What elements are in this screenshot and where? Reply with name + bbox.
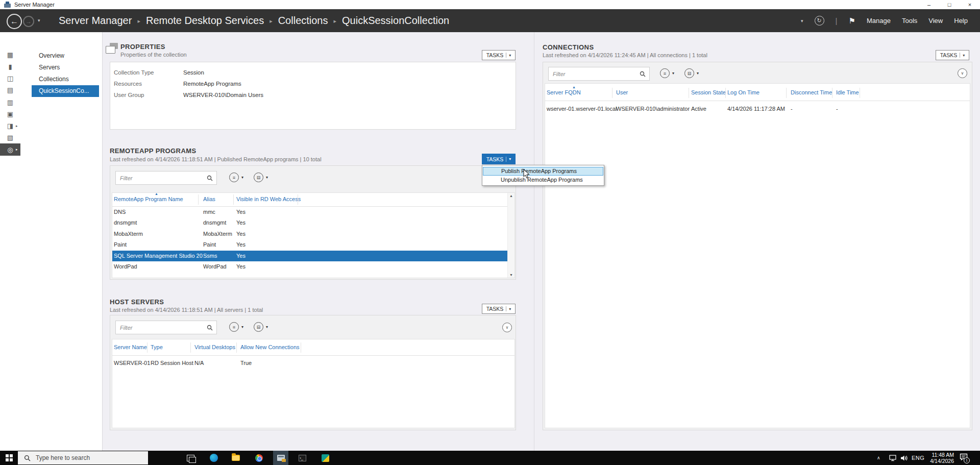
role-5-icon[interactable]: ▥ [0, 97, 20, 107]
table-row[interactable]: MobaXterm MobaXterm Yes [112, 229, 508, 240]
col-type[interactable]: Type [151, 344, 163, 350]
col-virtual-desktops[interactable]: Virtual Desktops [194, 344, 235, 350]
col-server-name[interactable]: Server Name [114, 344, 147, 350]
table-row[interactable]: wserver-01.wserver-01.local WSERVER-010\… [545, 104, 969, 115]
table-row[interactable]: DNS mmc Yes [112, 207, 508, 218]
role-6-icon[interactable]: ▣ [0, 109, 20, 119]
remoteapp-scrollbar[interactable]: ▲ ▼ [507, 193, 514, 278]
minimize-button[interactable]: – [919, 0, 939, 9]
chevron-down-icon: ▾ [509, 157, 511, 161]
col-log-on-time[interactable]: Log On Time [727, 89, 760, 95]
chevron-down-icon: ▾ [241, 325, 243, 329]
terminal-button[interactable]: ›_ [295, 451, 310, 465]
connections-list-options-button[interactable]: ≡ ▾ [660, 68, 674, 78]
server-manager-taskbar-button[interactable] [273, 451, 288, 465]
breadcrumb-collections[interactable]: Collections [264, 15, 328, 27]
menu-tools[interactable]: Tools [902, 17, 917, 25]
volume-tray-button[interactable] [900, 451, 908, 465]
clock-time: 11:48 AM [930, 452, 954, 458]
clock[interactable]: 11:48 AM4/14/2026 [925, 451, 954, 465]
col-remoteapp-program-name[interactable]: RemoteApp Program Name [114, 196, 183, 202]
remoteapp-filter-input[interactable] [116, 175, 207, 181]
role-7-expand-icon[interactable]: ▸ [16, 124, 18, 128]
col-session-state[interactable]: Session State [691, 89, 726, 95]
taskbar-search [18, 451, 148, 464]
menu-item-unpublish-remoteapp[interactable]: Unpublish RemoteApp Programs [483, 176, 603, 184]
forward-button[interactable]: → [23, 16, 34, 27]
notifications-caret[interactable]: ▾ [801, 18, 803, 23]
host-servers-list-options-button[interactable]: ≡ ▾ [229, 322, 243, 332]
language-indicator[interactable]: ENG [912, 451, 924, 465]
connections-save-query-button[interactable]: ⊟ ▾ [684, 68, 699, 78]
collapse-chevron-icon[interactable]: ∨ [502, 323, 512, 332]
properties-tasks-button[interactable]: TASKS▾ [482, 50, 516, 60]
notifications-flag-icon[interactable]: ⚑ [849, 16, 855, 26]
menu-item-publish-remoteapp[interactable]: Publish RemoteApp Programs [483, 167, 603, 176]
nav-item-quicksessioncollection[interactable]: QuickSessionCo... [32, 85, 99, 97]
table-row[interactable]: WordPad WordPad Yes [112, 261, 508, 273]
maximize-button[interactable]: □ [939, 0, 960, 9]
col-disconnect-time[interactable]: Disconnect Time [791, 89, 832, 95]
nav-item-collections[interactable]: Collections [20, 74, 102, 85]
col-visible-rdweb[interactable]: Visible in RD Web Access [236, 196, 301, 202]
breadcrumb: Server Manager Remote Desktop Services C… [59, 9, 449, 32]
col-idle-time[interactable]: Idle Time [836, 89, 859, 95]
remoteapp-save-query-button[interactable]: ⊟ ▾ [254, 173, 268, 182]
file-explorer-button[interactable] [228, 451, 243, 465]
col-alias[interactable]: Alias [203, 196, 215, 202]
col-allow-new-connections[interactable]: Allow New Connections [240, 344, 300, 350]
ssms-button[interactable] [317, 451, 333, 465]
remote-desktop-services-icon[interactable]: ◎ ▸ [0, 143, 20, 156]
scroll-down-icon[interactable]: ▼ [508, 273, 514, 277]
tasks-dropdown-menu: Publish RemoteApp Programs Unpublish Rem… [482, 165, 604, 186]
host-servers-tasks-button[interactable]: TASKS▾ [482, 304, 516, 314]
dashboard-icon[interactable]: ▦ [0, 50, 20, 60]
notifications-button[interactable]: 1 [960, 451, 968, 465]
breadcrumb-rds[interactable]: Remote Desktop Services [132, 15, 264, 27]
edge-button[interactable] [206, 451, 222, 465]
all-servers-icon[interactable]: ◫ [0, 73, 20, 83]
role-8-icon[interactable]: ▧ [0, 132, 20, 142]
start-button[interactable] [6, 454, 13, 461]
role-4-icon[interactable]: ▤ [0, 85, 20, 95]
taskbar-search-input[interactable] [35, 454, 148, 462]
menu-help[interactable]: Help [954, 17, 968, 25]
network-tray-button[interactable] [889, 451, 897, 465]
breadcrumb-server-manager[interactable]: Server Manager [59, 15, 132, 27]
menu-view[interactable]: View [928, 17, 943, 25]
table-row-selected[interactable]: SQL Server Management Studio 20 Ssms Yes [112, 251, 508, 262]
host-servers-filter-input[interactable] [116, 325, 207, 331]
table-row[interactable]: dnsmgmt dnsmgmt Yes [112, 217, 508, 229]
chrome-button[interactable] [251, 451, 266, 465]
collapse-chevron-icon[interactable]: ∨ [958, 68, 967, 78]
hidden-icons-button[interactable]: ∧ [877, 451, 880, 465]
close-button[interactable]: × [960, 0, 980, 9]
task-view-button[interactable] [183, 451, 198, 465]
table-row[interactable]: WSERVER-01 RD Session Host N/A True [112, 358, 513, 369]
host-servers-save-query-button[interactable]: ⊟ ▾ [254, 322, 268, 332]
nav-item-servers[interactable]: Servers [20, 62, 102, 74]
connections-title: CONNECTIONS [543, 43, 594, 51]
nav-item-overview[interactable]: Overview [20, 50, 102, 62]
rds-nav-panel: Overview Servers Collections QuickSessio… [20, 32, 103, 451]
back-icon: ← [10, 17, 18, 26]
connections-filter-input[interactable] [549, 71, 640, 77]
col-user[interactable]: User [616, 89, 628, 95]
remoteapp-tasks-button[interactable]: TASKS▾ [482, 154, 516, 164]
sort-ascending-icon: ▲ [155, 192, 158, 195]
remoteapp-list-options-button[interactable]: ≡ ▾ [229, 173, 243, 182]
nav-history-caret[interactable]: ▾ [38, 18, 40, 23]
local-server-icon[interactable]: ▮ [0, 61, 20, 71]
table-row[interactable]: Paint Paint Yes [112, 239, 508, 251]
refresh-icon[interactable]: ↻ [815, 16, 824, 26]
rds-expand-icon: ▸ [16, 148, 18, 152]
field-collection-type: Collection TypeSession [114, 67, 204, 78]
menu-manage[interactable]: Manage [867, 17, 891, 25]
connections-tasks-button[interactable]: TASKS▾ [936, 50, 969, 60]
back-button[interactable]: ← [7, 14, 22, 29]
col-server-fqdn[interactable]: Server FQDN [547, 89, 581, 95]
scroll-up-icon[interactable]: ▲ [508, 194, 514, 198]
chevron-down-icon: ▾ [672, 71, 674, 76]
chevron-down-icon: ▾ [266, 325, 268, 329]
breadcrumb-quicksessioncollection[interactable]: QuickSessionCollection [328, 15, 450, 27]
